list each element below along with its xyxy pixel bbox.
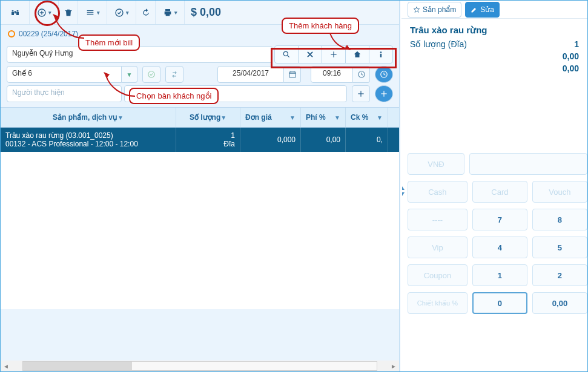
keypad-amount[interactable]: 0,00 bbox=[532, 292, 587, 314]
grid-empty-area bbox=[1, 152, 399, 309]
main-toolbar: ▾ ▾ ▾ ▾ $ 0,00 bbox=[1, 1, 399, 25]
scroll-left-arrow[interactable]: ◄ bbox=[1, 361, 12, 371]
customer-search-button[interactable] bbox=[274, 45, 299, 64]
svg-point-1 bbox=[116, 9, 123, 16]
search-icon bbox=[282, 50, 291, 59]
detail-qty-label: Số lượng (Đĩa) bbox=[410, 39, 467, 49]
row-qty-unit: Đĩa bbox=[223, 140, 235, 148]
note-input[interactable]: hi chú bbox=[124, 85, 347, 102]
scroll-thumb[interactable] bbox=[23, 362, 132, 370]
keypad-8[interactable]: 8 bbox=[532, 209, 587, 230]
time-picker-button[interactable] bbox=[353, 66, 370, 83]
plus-circle-fill-icon bbox=[380, 90, 388, 98]
voucher-button[interactable]: Vouch bbox=[532, 181, 587, 203]
product-tab[interactable]: Sản phẩm bbox=[408, 2, 461, 18]
binoculars-icon bbox=[10, 8, 20, 18]
customer-info-button[interactable] bbox=[369, 45, 393, 64]
refresh-button[interactable] bbox=[136, 1, 156, 24]
filter-icon[interactable]: ▼ bbox=[377, 114, 383, 121]
clock-fill-icon bbox=[380, 70, 388, 79]
row-product-subtitle: 00132 - ACS Professional - 12:00 - 12:00 bbox=[5, 140, 171, 148]
scroll-track[interactable] bbox=[22, 361, 377, 371]
card-button[interactable]: Card bbox=[472, 181, 527, 203]
confirm-button[interactable]: ▾ bbox=[107, 1, 136, 24]
keypad-0[interactable]: 0 bbox=[472, 292, 527, 314]
close-icon bbox=[306, 50, 314, 59]
keypad-7[interactable]: 7 bbox=[472, 209, 527, 230]
delete-bill-button[interactable] bbox=[59, 1, 78, 24]
note-add-circle-button[interactable] bbox=[375, 85, 393, 102]
amount-display[interactable] bbox=[469, 153, 587, 175]
customer-clear-button[interactable] bbox=[298, 45, 322, 64]
column-fee-header[interactable]: Phí %▼ bbox=[301, 108, 346, 127]
keypad-2[interactable]: 2 bbox=[532, 264, 587, 286]
column-product-header[interactable]: Sản phẩm, dịch vụ▼ bbox=[1, 108, 176, 127]
detail-product-title: Trâu xào rau rừng bbox=[410, 25, 579, 36]
performer-input[interactable]: Người thực hiện bbox=[7, 85, 122, 102]
menu-icon bbox=[85, 8, 95, 18]
note-add-button[interactable] bbox=[352, 85, 370, 102]
cash-button[interactable]: Cash bbox=[408, 181, 467, 203]
star-icon bbox=[413, 6, 420, 13]
keypad-5[interactable]: 5 bbox=[532, 237, 587, 258]
filter-icon[interactable]: ▼ bbox=[334, 114, 340, 121]
filter-icon[interactable]: ▼ bbox=[220, 114, 226, 121]
check-icon bbox=[147, 70, 156, 79]
time-now-button[interactable] bbox=[375, 66, 393, 83]
column-qty-header[interactable]: Số lượng▼ bbox=[176, 108, 240, 127]
home-icon bbox=[353, 50, 362, 59]
seat-swap-button[interactable] bbox=[165, 66, 183, 83]
seat-select[interactable]: Ghế 6 bbox=[7, 66, 122, 83]
clock-icon bbox=[357, 70, 366, 79]
currency-button[interactable]: VNĐ bbox=[408, 153, 464, 175]
refresh-icon bbox=[141, 8, 151, 18]
coupon-button[interactable]: Coupon bbox=[408, 264, 467, 286]
scroll-right-arrow[interactable]: ► bbox=[388, 361, 399, 371]
calendar-icon bbox=[288, 70, 297, 79]
bill-tabs: 00229 (25/4/2017) bbox=[1, 25, 399, 43]
time-input[interactable]: 09:16 bbox=[311, 66, 353, 83]
swap-icon bbox=[170, 70, 179, 79]
product-tab-label: Sản phẩm bbox=[423, 5, 456, 14]
total-price-display: $ 0,00 bbox=[185, 1, 227, 24]
edit-tab[interactable]: Sửa bbox=[465, 2, 500, 18]
table-row[interactable]: Trâu xào rau rừng (03.001_0025) 00132 - … bbox=[1, 128, 399, 152]
vip-button[interactable]: Vip bbox=[408, 237, 467, 258]
row-qty-value: 1 bbox=[231, 131, 235, 140]
check-circle-icon bbox=[114, 8, 124, 18]
customer-name-input[interactable]: Nguyễn Quý Hưng bbox=[7, 46, 273, 63]
bill-tab-label[interactable]: 00229 (25/4/2017) bbox=[19, 30, 78, 38]
seat-dropdown-button[interactable]: ▼ bbox=[122, 66, 137, 83]
dash-button[interactable]: ---- bbox=[408, 209, 467, 230]
date-picker-button[interactable] bbox=[284, 66, 301, 83]
seat-confirm-button[interactable] bbox=[142, 66, 160, 83]
column-product-label: Sản phẩm, dịch vụ bbox=[53, 113, 117, 122]
column-price-label: Đơn giá bbox=[245, 113, 272, 122]
keypad-1[interactable]: 1 bbox=[472, 264, 527, 286]
svg-point-2 bbox=[283, 51, 288, 56]
bill-status-dot bbox=[8, 30, 15, 38]
column-price-header[interactable]: Đơn giá▼ bbox=[240, 108, 301, 127]
info-icon bbox=[377, 50, 385, 59]
customer-add-button[interactable] bbox=[322, 45, 346, 64]
detail-price-1: 0,00 bbox=[563, 51, 579, 61]
horizontal-scrollbar[interactable]: ◄ ► bbox=[1, 361, 399, 371]
svg-point-4 bbox=[148, 71, 155, 78]
plus-circle-icon bbox=[37, 8, 47, 18]
filter-icon[interactable]: ▼ bbox=[117, 114, 124, 121]
binoculars-button[interactable] bbox=[1, 1, 30, 24]
pencil-icon bbox=[471, 6, 478, 13]
filter-icon[interactable]: ▼ bbox=[289, 114, 296, 121]
plus-icon bbox=[357, 90, 365, 98]
column-fee-label: Phí % bbox=[306, 113, 326, 122]
menu-button[interactable]: ▾ bbox=[78, 1, 107, 24]
add-bill-button[interactable]: ▾ bbox=[30, 1, 59, 24]
keypad-4[interactable]: 4 bbox=[472, 237, 527, 258]
discount-pct-button[interactable]: Chiết khấu % bbox=[408, 292, 467, 314]
print-button[interactable]: ▾ bbox=[156, 1, 185, 24]
customer-home-button[interactable] bbox=[345, 45, 369, 64]
svg-point-3 bbox=[380, 51, 382, 53]
date-input[interactable]: 25/04/2017 bbox=[217, 66, 284, 83]
column-ck-header[interactable]: Ck %▼ bbox=[346, 108, 388, 127]
detail-price-2: 0,00 bbox=[563, 64, 579, 73]
